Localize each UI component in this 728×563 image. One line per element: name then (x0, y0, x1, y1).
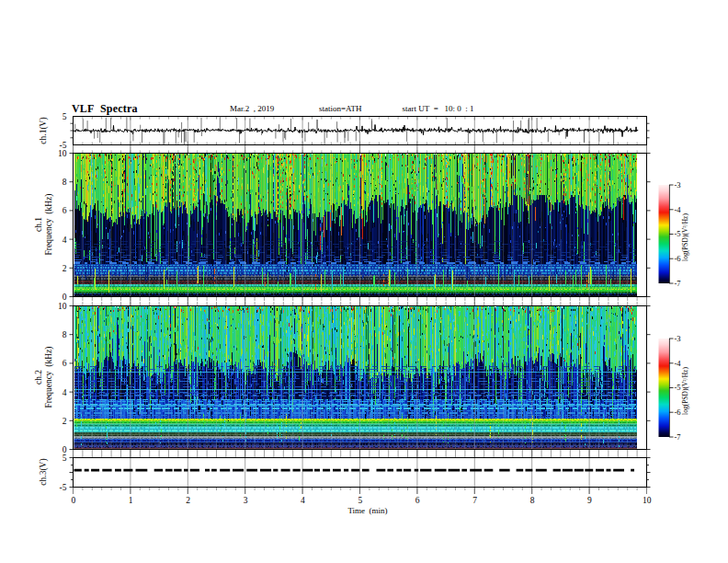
svg-text:4: 4 (63, 388, 67, 397)
svg-text:6: 6 (63, 359, 67, 368)
svg-text:-3: -3 (675, 334, 681, 343)
svg-text:-7: -7 (675, 279, 681, 288)
svg-text:8: 8 (63, 178, 67, 187)
svg-text:1: 1 (129, 496, 133, 505)
svg-text:6: 6 (415, 496, 420, 505)
svg-text:8: 8 (530, 496, 535, 505)
svg-text:8: 8 (63, 330, 67, 339)
svg-text:10: 10 (58, 302, 67, 311)
svg-text:VLF Spectra: VLF Spectra (72, 102, 138, 115)
svg-text:9: 9 (587, 496, 592, 505)
svg-text:ch.1(V): ch.1(V) (39, 117, 49, 144)
svg-text:-4: -4 (675, 359, 682, 368)
svg-text:station=ATH: station=ATH (319, 104, 362, 113)
svg-text:5: 5 (358, 496, 362, 505)
svg-text:2: 2 (63, 264, 67, 273)
svg-text:Frequency (kHz): Frequency (kHz) (44, 346, 54, 408)
svg-text:Mar.2 , 2019: Mar.2 , 2019 (230, 104, 275, 113)
svg-text:-6: -6 (675, 254, 681, 263)
svg-text:0: 0 (71, 496, 75, 505)
svg-text:-5: -5 (675, 383, 681, 392)
svg-text:10: 10 (58, 149, 67, 158)
svg-text:7: 7 (472, 496, 477, 505)
svg-text:5: 5 (63, 112, 67, 121)
svg-text:10: 10 (643, 496, 652, 505)
svg-text:0: 0 (63, 293, 67, 302)
svg-text:3: 3 (244, 496, 248, 505)
svg-text:-7: -7 (675, 432, 681, 442)
svg-text:2: 2 (186, 496, 190, 505)
svg-text:ch.2: ch.2 (34, 370, 43, 385)
svg-text:log(PSD)(V²/Hz): log(PSD)(V²/Hz) (681, 213, 689, 261)
svg-text:-6: -6 (675, 408, 681, 417)
svg-text:log(PSD)(V²/Hz): log(PSD)(V²/Hz) (681, 367, 689, 415)
svg-text:Frequency (kHz): Frequency (kHz) (44, 193, 54, 255)
svg-text:ch.1: ch.1 (34, 217, 43, 232)
svg-text:-5: -5 (675, 229, 681, 238)
svg-text:-3: -3 (675, 180, 681, 190)
svg-text:-4: -4 (675, 205, 682, 214)
svg-text:ch.3(V): ch.3(V) (39, 458, 49, 485)
svg-text:-5: -5 (60, 483, 67, 492)
svg-text:4: 4 (301, 496, 305, 505)
svg-text:start UT = 10: 0 : 1: start UT = 10: 0 : 1 (403, 104, 474, 113)
svg-text:2: 2 (63, 417, 67, 426)
svg-text:4: 4 (63, 236, 67, 245)
svg-text:5: 5 (63, 454, 67, 463)
svg-text:6: 6 (63, 206, 67, 215)
svg-text:Time (min): Time (min) (347, 506, 387, 515)
